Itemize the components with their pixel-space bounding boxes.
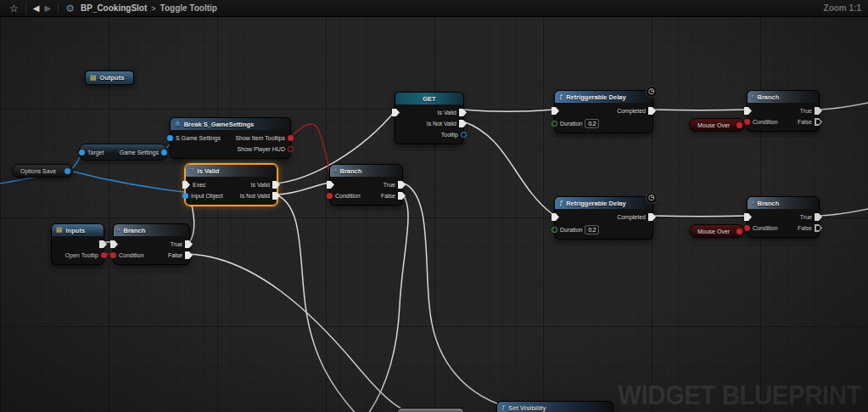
is-valid-out-pin[interactable] — [272, 181, 280, 189]
is-valid-exec-in-pin[interactable] — [182, 181, 190, 189]
show-item-tooltips-label: Show Item Tooltips — [235, 135, 285, 141]
node-branch-right-1[interactable]: ‹ Branch True Condition False — [747, 90, 820, 132]
game-settings-output-pin[interactable] — [161, 150, 167, 155]
branch-icon: ‹ — [334, 166, 337, 176]
node-mouse-over-1[interactable]: Mouse Over — [689, 118, 745, 132]
breadcrumb-blueprint-name[interactable]: BP_CookingSlot — [81, 3, 147, 13]
breadcrumb: BP_CookingSlot > Toggle Tooltip — [81, 3, 217, 13]
branch-true-label: True — [800, 108, 812, 114]
node-outputs[interactable]: ▤ Outputs — [85, 71, 134, 85]
sgamesettings-input-pin[interactable] — [167, 135, 173, 141]
show-item-tooltips-pin[interactable] — [288, 135, 294, 141]
node-branch-lower[interactable]: ‹ Branch True Condition False — [113, 223, 190, 265]
delay-duration-value[interactable]: 0.2 — [585, 225, 599, 234]
branch-false-pin[interactable] — [815, 118, 822, 126]
branch-true-pin[interactable] — [398, 181, 406, 189]
node-branch-mid[interactable]: ‹ Branch True Condition False — [329, 164, 403, 206]
branch-false-pin[interactable] — [398, 192, 406, 200]
wire-descender-left[interactable] — [276, 195, 360, 412]
wire-branch1-true-exit[interactable] — [819, 103, 868, 110]
wire-delay2-to-branch2[interactable] — [652, 216, 745, 217]
node-options-save[interactable]: Options Save — [12, 164, 73, 178]
node-inputs[interactable]: ▤ Inputs Open Tooltip — [51, 223, 104, 265]
branch-header: ‹ Branch — [114, 224, 189, 236]
inputs-exec-out-pin[interactable] — [99, 240, 107, 248]
branch-false-label: False — [381, 193, 395, 199]
node-branch-right-2[interactable]: ‹ Branch True Condition False — [747, 196, 820, 238]
wire-optionssave-to-inputobject[interactable] — [70, 171, 199, 194]
wire-isnotvalid-to-branch[interactable] — [276, 183, 330, 195]
delay-completed-pin[interactable] — [648, 213, 656, 221]
favorite-star-icon[interactable]: ☆ — [9, 1, 19, 16]
mouse-over-output-pin[interactable] — [736, 229, 742, 234]
delay-duration-value[interactable]: 0.2 — [585, 119, 599, 128]
mouse-over-label: Mouse Over — [697, 122, 730, 128]
target-pin[interactable] — [79, 150, 85, 155]
gear-icon[interactable]: ⚙ — [65, 1, 75, 16]
branch-condition-pin[interactable] — [110, 252, 116, 258]
delay-exec-in-pin[interactable] — [552, 213, 559, 221]
tunnel-icon: ▤ — [56, 225, 63, 235]
branch-condition-pin[interactable] — [744, 119, 750, 125]
graph-canvas[interactable]: WIDGET BLUEPRINT — [0, 0, 868, 412]
mouse-over-output-pin[interactable] — [736, 122, 742, 128]
set-visibility-title: Set Visibility — [508, 404, 546, 412]
forward-arrow-icon[interactable]: ▶ — [44, 1, 51, 16]
branch-true-pin[interactable] — [815, 107, 822, 115]
breadcrumb-separator: > — [151, 4, 155, 13]
branch-exec-in-pin[interactable] — [744, 107, 752, 115]
branch-true-pin[interactable] — [815, 213, 822, 221]
set-visibility-header: ƒ Set Visibility — [497, 402, 613, 412]
node-retriggerable-delay-2[interactable]: ◷ ƒ Retriggerable Delay Completed Durati… — [554, 196, 653, 240]
is-not-valid-out-label: Is Not Valid — [240, 193, 270, 199]
input-object-label: Input Object — [191, 193, 223, 199]
delay-duration-pin[interactable] — [552, 227, 557, 233]
branch-false-pin[interactable] — [815, 224, 822, 232]
back-arrow-icon[interactable]: ◀ — [33, 1, 40, 16]
branch-condition-pin[interactable] — [327, 193, 333, 199]
wire-get-notvalid-to-delay2[interactable] — [463, 121, 552, 214]
is-not-valid-out-pin[interactable] — [272, 192, 280, 200]
wire-branchmid-true-to-setvis[interactable] — [402, 183, 504, 406]
branch-true-pin[interactable] — [185, 240, 193, 248]
wire-branch2-true-exit[interactable] — [819, 209, 868, 216]
graph-toolbar: ☆ ◀ ▶ ⚙ BP_CookingSlot > Toggle Tooltip … — [0, 0, 868, 17]
branch-condition-label: Condition — [119, 252, 144, 258]
delay-header: ƒ Retriggerable Delay — [555, 91, 652, 103]
get-isvalid-pin[interactable] — [459, 109, 467, 116]
wire-get-valid-to-delay1[interactable] — [463, 110, 553, 111]
open-tooltip-pin[interactable] — [101, 252, 107, 258]
input-object-pin[interactable] — [182, 193, 188, 199]
show-player-hud-pin[interactable] — [288, 146, 294, 152]
breadcrumb-graph-name[interactable]: Toggle Tooltip — [160, 3, 217, 13]
branch-false-pin[interactable] — [185, 251, 193, 259]
get-isnotvalid-pin[interactable] — [459, 120, 467, 127]
delay-completed-label: Completed — [617, 214, 646, 220]
wire-branchmid-false-down[interactable] — [367, 195, 408, 412]
show-player-hud-label: Show Player HUD — [238, 146, 285, 152]
is-valid-header: ? Is Valid — [186, 165, 277, 177]
node-set-visibility[interactable]: ƒ Set Visibility — [496, 401, 613, 412]
options-save-output-pin[interactable] — [64, 168, 70, 174]
node-break-gamesettings[interactable]: ⋔ Break S_GameSettings S Game Settings S… — [170, 117, 291, 159]
latent-clock-icon: ◷ — [646, 192, 658, 204]
node-game-settings[interactable]: Target Game Settings — [79, 144, 167, 161]
node-partial-bottom[interactable] — [397, 408, 464, 412]
delay-duration-pin[interactable] — [552, 121, 557, 127]
branch-exec-in-pin[interactable] — [744, 213, 752, 221]
break-header: ⋔ Break S_GameSettings — [171, 118, 290, 130]
node-get[interactable]: GET Is Valid Is Not Valid Tooltip — [395, 92, 464, 144]
node-retriggerable-delay-1[interactable]: ◷ ƒ Retriggerable Delay Completed Durati… — [554, 90, 653, 133]
delay-exec-in-pin[interactable] — [552, 107, 559, 115]
branch-condition-pin[interactable] — [744, 225, 750, 231]
wire-branchlower-false-swoop[interactable] — [189, 254, 405, 410]
toolbar-divider — [58, 3, 59, 14]
node-is-valid[interactable]: ? Is Valid Exec Is Valid Input Object Is… — [185, 164, 277, 206]
branch-exec-in-pin[interactable] — [327, 181, 334, 189]
get-tooltip-pin[interactable] — [461, 132, 467, 138]
delay-completed-pin[interactable] — [648, 107, 656, 115]
get-exec-in-pin[interactable] — [392, 109, 400, 116]
wire-delay1-to-branch1[interactable] — [652, 110, 745, 110]
branch-exec-in-pin[interactable] — [110, 240, 118, 248]
node-mouse-over-2[interactable]: Mouse Over — [689, 224, 745, 238]
